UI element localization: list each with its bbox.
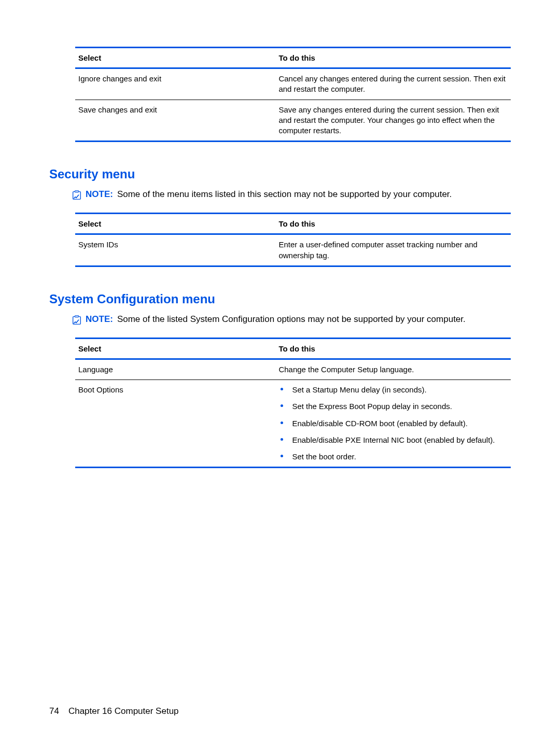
list-item: Set the boot order.	[278, 452, 508, 462]
heading-security: Security menu	[49, 167, 511, 181]
page-content: Select To do this Ignore changes and exi…	[0, 0, 560, 468]
table-row: Language Change the Computer Setup langu…	[75, 359, 511, 379]
security-header-select: Select	[75, 214, 275, 234]
note-body: Some of the listed System Configuration …	[117, 314, 466, 324]
note-text: NOTE:Some of the listed System Configura…	[86, 314, 511, 326]
cell-todo: Enter a user-defined computer asset trac…	[275, 234, 511, 266]
page-footer: 74Chapter 16 Computer Setup	[49, 706, 511, 716]
top-table: Select To do this Ignore changes and exi…	[75, 47, 511, 142]
table-row: System IDs Enter a user-defined computer…	[75, 234, 511, 266]
cell-select: Save changes and exit	[75, 100, 275, 142]
sysconfig-header-select: Select	[75, 338, 275, 359]
sysconfig-table: Select To do this Language Change the Co…	[75, 338, 511, 469]
note-body: Some of the menu items listed in this se…	[117, 189, 452, 199]
cell-todo: Change the Computer Setup language.	[275, 359, 511, 379]
note-icon	[71, 190, 82, 201]
cell-todo: Cancel any changes entered during the cu…	[275, 68, 511, 100]
note-security: NOTE:Some of the menu items listed in th…	[71, 189, 511, 201]
page-number: 74	[49, 706, 59, 716]
table-row: Ignore changes and exit Cancel any chang…	[75, 68, 511, 100]
list-item: Enable/disable PXE Internal NIC boot (en…	[278, 435, 508, 445]
svg-rect-3	[75, 316, 78, 317]
cell-todo: Set a Startup Menu delay (in seconds). S…	[275, 380, 511, 468]
top-header-todo: To do this	[275, 48, 511, 68]
security-header-todo: To do this	[275, 214, 511, 234]
cell-select: Ignore changes and exit	[75, 68, 275, 100]
heading-sysconfig: System Configuration menu	[49, 292, 511, 306]
top-header-select: Select	[75, 48, 275, 68]
sysconfig-table-block: Select To do this Language Change the Co…	[75, 338, 511, 469]
note-label: NOTE:	[86, 314, 113, 324]
chapter-label: Chapter 16 Computer Setup	[68, 706, 179, 716]
boot-options-list: Set a Startup Menu delay (in seconds). S…	[278, 385, 508, 462]
security-table-block: Select To do this System IDs Enter a use…	[75, 213, 511, 267]
security-table: Select To do this System IDs Enter a use…	[75, 213, 511, 267]
cell-select: Language	[75, 359, 275, 379]
list-item: Set a Startup Menu delay (in seconds).	[278, 385, 508, 395]
sysconfig-header-todo: To do this	[275, 338, 511, 359]
note-icon	[71, 315, 82, 326]
table-row: Save changes and exit Save any changes e…	[75, 100, 511, 142]
top-table-block: Select To do this Ignore changes and exi…	[75, 47, 511, 142]
list-item: Enable/disable CD-ROM boot (enabled by d…	[278, 418, 508, 429]
note-text: NOTE:Some of the menu items listed in th…	[86, 189, 511, 201]
cell-select: System IDs	[75, 234, 275, 266]
cell-todo: Save any changes entered during the curr…	[275, 100, 511, 142]
note-label: NOTE:	[86, 189, 113, 199]
note-sysconfig: NOTE:Some of the listed System Configura…	[71, 314, 511, 326]
list-item: Set the Express Boot Popup delay in seco…	[278, 401, 508, 412]
table-row: Boot Options Set a Startup Menu delay (i…	[75, 380, 511, 468]
cell-select: Boot Options	[75, 380, 275, 468]
svg-rect-1	[75, 191, 78, 192]
